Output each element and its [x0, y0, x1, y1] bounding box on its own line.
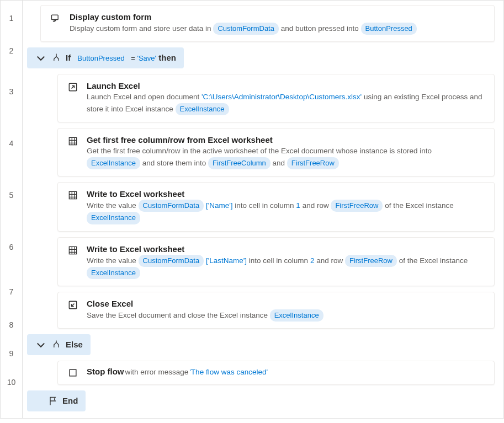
action-row[interactable]: Close Excel Save the Excel document and … — [41, 292, 495, 329]
flow-editor: 12345678910 Display custom form Display … — [0, 0, 504, 419]
svg-rect-0 — [52, 15, 59, 19]
end-label: End — [62, 396, 78, 405]
else-row[interactable]: Else — [27, 334, 495, 355]
line-number: 9 — [1, 339, 22, 368]
action-title: Display custom form — [70, 12, 485, 22]
variable-chip[interactable]: FirstFreeRow — [287, 157, 339, 169]
variable-chip[interactable]: ExcelInstance — [270, 309, 323, 322]
line-number: 6 — [1, 221, 22, 273]
variable-chip[interactable]: ExcelInstance — [87, 212, 140, 224]
action-title: Write to Excel worksheet — [87, 244, 485, 254]
variable-chip[interactable]: FirstFreeRow — [345, 255, 397, 267]
action-desc: Get the first free column/row in the act… — [87, 146, 485, 169]
line-number: 2 — [1, 36, 22, 66]
variable-chip[interactable]: ButtonPressed — [73, 53, 129, 63]
line-number: 1 — [1, 1, 22, 36]
action-row[interactable]: Stop flow with error message 'The flow w… — [41, 361, 495, 385]
variable-chip[interactable]: ButtonPressed — [361, 23, 417, 35]
action-desc: Launch Excel and open document 'C:\Users… — [87, 92, 485, 115]
line-number: 7 — [1, 273, 22, 310]
form-icon — [50, 12, 62, 24]
action-desc: Display custom form and store user data … — [70, 23, 485, 35]
line-number: 5 — [1, 169, 22, 221]
variable-chip[interactable]: CustomFormData — [139, 255, 204, 267]
action-title: Launch Excel — [87, 81, 485, 90]
line-number: 10 — [1, 368, 22, 397]
line-number: 4 — [1, 117, 22, 169]
line-number: 3 — [1, 66, 22, 117]
variable-chip[interactable]: CustomFormData — [213, 23, 279, 35]
svg-rect-6 — [70, 370, 76, 376]
excel-icon — [67, 189, 79, 201]
action-title: Stop flow — [87, 367, 124, 376]
flow-main: Display custom form Display custom form … — [23, 1, 503, 418]
close-icon — [67, 299, 79, 311]
action-desc: Save the Excel document and close the Ex… — [87, 309, 485, 322]
action-row[interactable]: Launch Excel Launch Excel and open docum… — [41, 74, 495, 122]
line-gutter: 12345678910 — [1, 1, 23, 418]
excel-icon — [67, 244, 79, 256]
if-row[interactable]: If ButtonPressed = 'Save' then — [27, 47, 495, 68]
branch-icon — [50, 52, 62, 64]
action-row[interactable]: Write to Excel worksheet Write the value… — [41, 237, 495, 286]
action-row[interactable]: Write to Excel worksheet Write the value… — [41, 182, 495, 231]
action-desc: Write the value CustomFormData ['Name'] … — [87, 200, 485, 224]
stop-icon — [67, 367, 79, 379]
action-row[interactable]: Display custom form Display custom form … — [27, 5, 495, 42]
action-row[interactable]: Get first free column/row from Excel wor… — [41, 128, 495, 176]
flag-icon — [47, 395, 59, 407]
variable-chip[interactable]: FirstFreeColumn — [208, 157, 270, 169]
action-title: Get first free column/row from Excel wor… — [87, 135, 485, 144]
variable-chip[interactable]: ExcelInstance — [87, 157, 140, 169]
action-title: Write to Excel worksheet — [87, 189, 485, 199]
svg-rect-4 — [69, 247, 76, 254]
end-row[interactable]: End — [27, 390, 495, 411]
line-number: 8 — [1, 310, 22, 339]
svg-rect-3 — [69, 192, 76, 199]
if-label: If ButtonPressed = 'Save' then — [66, 53, 176, 63]
variable-chip[interactable]: ExcelInstance — [87, 267, 140, 279]
chevron-down-icon[interactable] — [35, 52, 47, 64]
excel-icon — [67, 135, 79, 147]
else-label: Else — [66, 340, 83, 349]
variable-chip[interactable]: ExcelInstance — [176, 103, 229, 115]
launch-icon — [67, 81, 79, 93]
svg-rect-2 — [69, 138, 76, 145]
action-title: Close Excel — [87, 299, 485, 308]
else-branch-icon — [50, 339, 62, 351]
action-desc: Write the value CustomFormData ['LastNam… — [87, 255, 485, 279]
variable-chip[interactable]: CustomFormData — [139, 200, 204, 212]
variable-chip[interactable]: FirstFreeRow — [331, 200, 383, 212]
chevron-down-icon[interactable] — [35, 339, 47, 351]
